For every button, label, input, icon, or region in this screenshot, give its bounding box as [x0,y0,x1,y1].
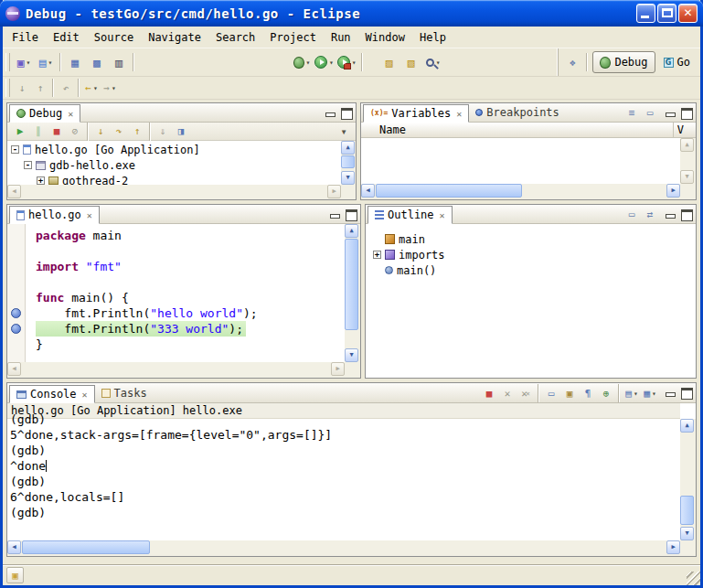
close-tab-icon[interactable]: ✕ [68,109,73,119]
expand-icon[interactable]: + [373,251,381,259]
console-vertical-scrollbar[interactable]: ▲ ▼ [680,419,696,540]
pin-console-button[interactable]: ⊕ [598,385,614,401]
link-with-editor-button[interactable]: ⇄ [642,207,658,223]
print-button[interactable]: ▥ [109,52,129,72]
suspend-button[interactable]: ∥ [30,123,47,140]
scrollbar-thumb[interactable] [376,184,522,198]
previous-annotation-button[interactable]: ↑ [32,80,48,96]
save-button[interactable]: ▦ [65,52,85,72]
debug-vertical-scrollbar[interactable]: ▲ ▼ [341,141,356,185]
scroll-down-button[interactable]: ▼ [341,171,355,185]
forward-button[interactable]: →▾ [101,80,118,96]
search-button[interactable]: ▾ [423,52,443,72]
tab-debug[interactable]: Debug✕ [9,104,80,123]
scroll-down-button[interactable]: ▼ [680,170,694,184]
tab-hello-go[interactable]: hello.go✕ [9,206,100,224]
scroll-up-button[interactable]: ▲ [680,138,694,152]
clear-console-button[interactable]: ▭ [543,385,559,401]
scroll-left-button[interactable]: ◀ [7,185,21,198]
save-all-button[interactable]: ▩ [87,52,107,72]
last-edit-location-button[interactable]: ↶ [58,80,74,96]
console-output[interactable]: (gdb)5^done,stack-args=[frame={level="0"… [7,412,680,540]
tab-outline[interactable]: Outline✕ [367,206,453,224]
minimize-view-button[interactable] [323,106,336,119]
outline-item[interactable]: +main() [373,262,696,278]
disconnect-button[interactable]: ⊘ [67,123,83,140]
open-resource-button[interactable]: ▨ [379,52,399,72]
display-selected-console-button[interactable]: ▤▾ [623,385,640,401]
instruction-pointer-icon[interactable] [11,324,21,334]
remove-all-launches-button[interactable]: ✕✕ [517,385,534,401]
tab-tasks[interactable]: Tasks [95,384,154,402]
menu-navigate[interactable]: Navigate [141,27,208,48]
tab-breakpoints[interactable]: Breakpoints [469,103,565,122]
menu-run[interactable]: Run [324,27,358,48]
debug-tree-item[interactable]: +gothread-2 [9,173,341,185]
maximize-view-button[interactable] [339,106,353,119]
remove-launch-button[interactable]: ✕ [499,385,516,401]
collapse-all-button[interactable]: ▭ [642,105,658,122]
scroll-lock-button[interactable]: ▣ [561,385,578,401]
debug-horizontal-scrollbar[interactable]: ◀ ▶ [7,185,341,199]
minimize-view-button[interactable] [663,208,676,220]
next-annotation-button[interactable]: ↓ [14,80,30,96]
scroll-down-button[interactable]: ▼ [680,527,694,540]
terminate-console-button[interactable]: ■ [481,385,497,401]
scroll-left-button[interactable]: ◀ [361,184,375,198]
editor-vertical-ruler[interactable] [7,224,26,362]
menu-help[interactable]: Help [412,27,453,48]
show-logical-structure-button[interactable]: ≡ [623,105,640,122]
tab-variables[interactable]: (x)=Variables✕ [363,104,469,123]
close-button[interactable]: ✕ [678,4,698,23]
window-resize-grip[interactable] [687,572,700,585]
maximize-view-button[interactable] [679,386,693,399]
scroll-right-button[interactable]: ▶ [666,184,680,198]
toolbar-drag-handle[interactable] [5,53,10,71]
menu-source[interactable]: Source [87,27,141,48]
view-menu-button[interactable]: ▾ [336,123,352,140]
minimize-view-button[interactable] [663,386,676,399]
collapse-icon[interactable]: - [24,161,32,169]
scroll-right-button[interactable]: ▶ [666,540,680,554]
scrollbar-thumb[interactable] [341,155,355,168]
title-bar[interactable]: Debug - testGo/src/cmd/hello.go - Eclips… [0,0,703,27]
scroll-down-button[interactable]: ▼ [345,348,358,362]
code-editor[interactable]: package main import "fmt" func main() { … [27,224,345,362]
tab-console[interactable]: Console✕ [9,385,95,403]
toolbar-drag-handle[interactable] [5,79,10,97]
new-wizard-button[interactable]: ▣▾ [14,52,34,72]
scroll-up-button[interactable]: ▲ [345,224,358,238]
drop-to-frame-button[interactable]: ⇓ [154,123,171,140]
editor-vertical-scrollbar[interactable]: ▲ ▼ [345,224,360,362]
variables-horizontal-scrollbar[interactable]: ◀ ▶ [361,184,680,199]
menu-project[interactable]: Project [262,27,324,48]
scrollbar-thumb[interactable] [345,239,358,330]
scrollbar-thumb[interactable] [22,540,150,554]
perspective-button-debug[interactable]: Debug [592,51,655,73]
menu-edit[interactable]: Edit [46,27,87,48]
word-wrap-button[interactable]: ¶ [580,385,596,401]
terminate-button[interactable]: ■ [48,123,65,140]
maximize-button[interactable] [657,4,676,23]
maximize-view-button[interactable] [679,208,693,220]
debug-button[interactable]: ▾ [292,52,312,72]
close-tab-icon[interactable]: ✕ [82,390,88,400]
open-console-button[interactable]: ▦▾ [642,385,658,401]
perspective-button-go[interactable]: G Go [657,51,697,73]
scroll-right-button[interactable]: ▶ [327,185,341,198]
fast-view-button[interactable]: ▣ [6,567,24,583]
console-horizontal-scrollbar[interactable]: ◀ ▶ [7,540,680,556]
use-step-filters-button[interactable]: ◨ [173,123,189,140]
step-over-button[interactable]: ↷ [111,123,127,140]
back-button[interactable]: ←▾ [83,80,100,96]
menu-window[interactable]: Window [358,27,412,48]
close-tab-icon[interactable]: ✕ [87,210,92,220]
variables-vertical-scrollbar[interactable]: ▲ ▼ [680,138,696,184]
scrollbar-thumb[interactable] [680,496,694,525]
maximize-view-button[interactable] [679,106,693,119]
open-perspective-button[interactable]: ❖ [564,54,581,70]
new-element-button[interactable]: ▤▾ [36,52,56,72]
external-tools-button[interactable]: ▾ [336,52,357,72]
outline-item[interactable]: +main [373,231,696,247]
minimize-view-button[interactable] [663,106,676,119]
